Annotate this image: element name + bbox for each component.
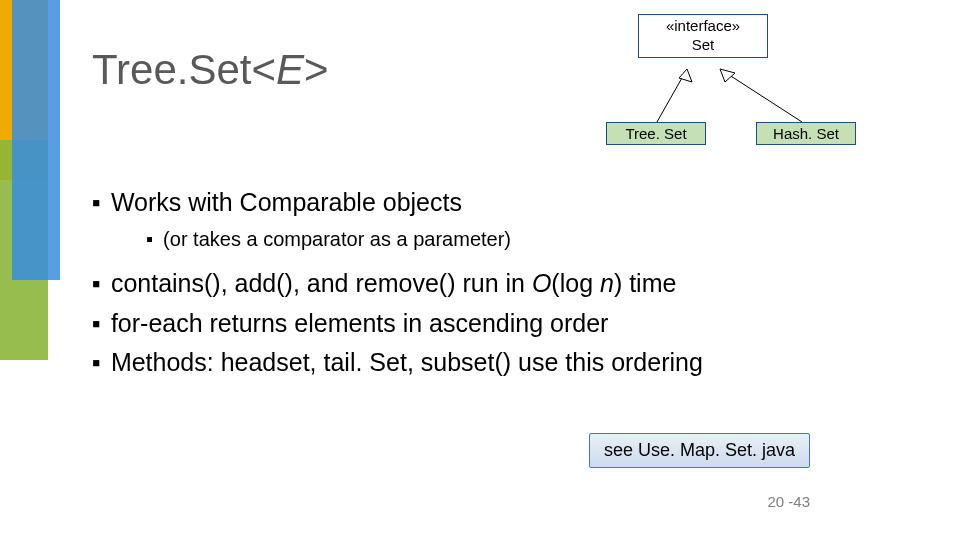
bullet-2: ▪ contains(), add(), and remove() run in… [92, 267, 912, 301]
bullet-1a: ▪ (or takes a comparator as a parameter) [146, 226, 912, 253]
bullet-1: ▪ Works with Comparable objects [92, 186, 912, 220]
bullet-2-mid: (log [551, 269, 600, 297]
uml-hashset-box: Hash. Set [756, 122, 856, 145]
uml-treeset-box: Tree. Set [606, 122, 706, 145]
slide: Tree.Set<E> «interface» Set Tree. Set Ha… [0, 0, 960, 540]
bullet-3: ▪ for-each returns elements in ascending… [92, 307, 912, 341]
bullet-4: ▪ Methods: headset, tail. Set, subset() … [92, 346, 912, 380]
bullet-2-post: ) time [614, 269, 677, 297]
page-number: 20 -43 [767, 493, 810, 510]
title-text-post: > [304, 46, 329, 93]
bullet-square-icon: ▪ [92, 267, 101, 301]
uml-arrows [602, 14, 932, 174]
see-also-box: see Use. Map. Set. java [589, 433, 810, 468]
bullet-1-text: Works with Comparable objects [111, 186, 462, 220]
bullet-2-n: n [600, 269, 614, 297]
slide-body: ▪ Works with Comparable objects ▪ (or ta… [92, 186, 912, 386]
bullet-square-icon: ▪ [92, 307, 101, 341]
svg-line-2 [720, 69, 802, 122]
bullet-2-bigO: O [532, 269, 551, 297]
accent-stripe-blue [12, 0, 60, 280]
title-text-pre: Tree.Set< [92, 46, 276, 93]
uml-diagram: «interface» Set Tree. Set Hash. Set [602, 14, 932, 174]
bullet-square-icon: ▪ [92, 346, 101, 380]
bullet-1a-text: (or takes a comparator as a parameter) [163, 226, 511, 253]
bullet-2-pre: contains(), add(), and remove() run in [111, 269, 532, 297]
bullet-4-text: Methods: headset, tail. Set, subset() us… [111, 346, 703, 380]
bullet-square-icon: ▪ [146, 226, 153, 253]
title-generic: E [276, 46, 304, 93]
bullet-2-text: contains(), add(), and remove() run in O… [111, 267, 677, 301]
slide-title: Tree.Set<E> [92, 46, 329, 94]
bullet-square-icon: ▪ [92, 186, 101, 220]
svg-marker-3 [720, 69, 735, 82]
bullet-3-text: for-each returns elements in ascending o… [111, 307, 609, 341]
